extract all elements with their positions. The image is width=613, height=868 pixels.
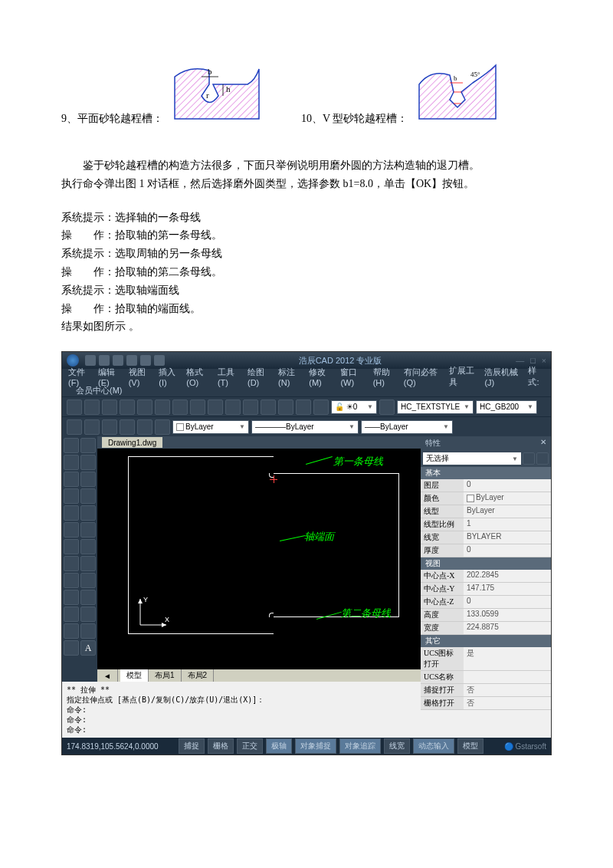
tool-pline-icon[interactable] — [64, 455, 79, 470]
layer-dropdown[interactable]: 🔓 ☀ 0▼ — [331, 400, 377, 414]
menu-window[interactable]: 窗口(W) — [340, 367, 366, 387]
tool-arc-icon[interactable] — [80, 472, 96, 487]
tool-table-icon[interactable] — [80, 556, 96, 571]
tool-preview-icon[interactable] — [137, 399, 152, 415]
tool-b-icon[interactable] — [84, 419, 100, 435]
props-group-view[interactable]: 视图 — [421, 557, 551, 570]
drawing-canvas[interactable]: 第一条母线 轴端面 第二条母线 YX — [97, 449, 421, 669]
status-otrack[interactable]: 对象追踪 — [339, 738, 381, 754]
tool-scale-icon[interactable] — [64, 640, 79, 656]
tool-block-icon[interactable] — [80, 522, 96, 538]
tool-match-icon[interactable] — [208, 399, 223, 415]
tool-mtext-icon[interactable] — [64, 573, 79, 588]
tool-zoomwin-icon[interactable] — [296, 399, 311, 415]
qat-redo-icon[interactable] — [140, 355, 151, 366]
tool-c-icon[interactable] — [102, 419, 117, 435]
table-row[interactable]: 线宽BYLAYER — [421, 531, 551, 544]
menu-help[interactable]: 帮助(H) — [373, 367, 398, 387]
status-grid[interactable]: 栅格 — [208, 738, 234, 754]
tool-spline-icon[interactable] — [80, 488, 96, 504]
tool-cut-icon[interactable] — [155, 399, 170, 415]
tab-layout2[interactable]: 布局2 — [182, 669, 215, 682]
app-logo-icon[interactable] — [67, 354, 79, 367]
tool-copy-obj-icon[interactable] — [64, 590, 79, 605]
tab-layout1[interactable]: 布局1 — [149, 669, 182, 682]
tool-text-A-icon[interactable]: A — [80, 640, 96, 656]
drawing-tab[interactable]: Drawing1.dwg — [102, 437, 162, 448]
tool-paste-icon[interactable] — [190, 399, 205, 415]
tool-ellipse-icon[interactable] — [64, 505, 79, 521]
close-icon[interactable]: × — [542, 356, 546, 365]
tool-xline-icon[interactable] — [80, 438, 96, 453]
tool-offset-icon[interactable] — [64, 607, 79, 622]
table-row[interactable]: UCS图标打开是 — [421, 647, 551, 671]
tool-erase-icon[interactable] — [80, 573, 96, 588]
tool-f-icon[interactable] — [155, 419, 170, 435]
table-row[interactable]: 厚度0 — [421, 544, 551, 557]
table-row[interactable]: 高度133.0599 — [421, 609, 551, 622]
menu-edit[interactable]: 编辑(E) — [98, 367, 123, 387]
menu-format[interactable]: 格式(O) — [186, 367, 211, 387]
tool-hatch-icon[interactable] — [80, 539, 96, 554]
status-snap[interactable]: 捕捉 — [179, 738, 205, 754]
table-row[interactable]: UCS名称 — [421, 671, 551, 684]
tool-rect-icon[interactable] — [64, 472, 79, 487]
table-row[interactable]: 中心点-X202.2845 — [421, 570, 551, 583]
table-row[interactable]: 捕捉打开否 — [421, 684, 551, 697]
table-row[interactable]: 图层0 — [421, 479, 551, 492]
tool-mirror-icon[interactable] — [80, 590, 96, 605]
menu-tools[interactable]: 工具(T) — [218, 367, 241, 387]
color-dropdown[interactable]: ByLayer▼ — [172, 420, 249, 434]
status-model[interactable]: 模型 — [457, 738, 484, 754]
tab-model[interactable]: 模型 — [120, 669, 149, 682]
tool-region-icon[interactable] — [64, 556, 79, 571]
linetype-dropdown[interactable]: ———— ByLayer▼ — [251, 420, 359, 434]
qat-print-icon[interactable] — [154, 355, 165, 366]
tool-rotate-icon[interactable] — [80, 623, 96, 639]
status-osnap[interactable]: 对象捕捉 — [295, 738, 336, 754]
tool-circle-icon[interactable] — [64, 488, 79, 504]
tool-zoom-icon[interactable] — [278, 399, 293, 415]
qat-undo-icon[interactable] — [126, 355, 137, 366]
table-row[interactable]: 线型ByLayer — [421, 505, 551, 518]
menu-qa[interactable]: 有问必答(Q) — [404, 367, 444, 387]
tool-undo-icon[interactable] — [225, 399, 241, 415]
qat-open-icon[interactable] — [99, 355, 110, 366]
menu-ext[interactable]: 扩展工具 — [449, 365, 478, 388]
tool-new-icon[interactable] — [67, 399, 82, 415]
dimstyle-dropdown[interactable]: HC_GB200▼ — [476, 400, 537, 414]
status-ortho[interactable]: 正交 — [237, 738, 263, 754]
tool-redo-icon[interactable] — [243, 399, 258, 415]
tool-pan-icon[interactable] — [261, 399, 276, 415]
props-group-misc[interactable]: 其它 — [421, 635, 551, 647]
table-row[interactable]: 中心点-Y147.175 — [421, 583, 551, 596]
menu-file[interactable]: 文件(F) — [68, 367, 92, 387]
lineweight-dropdown[interactable]: —— ByLayer▼ — [361, 420, 453, 434]
menu-modify[interactable]: 修改(M) — [309, 367, 334, 387]
status-lwt[interactable]: 线宽 — [384, 738, 410, 754]
tool-plot-icon[interactable] — [120, 399, 135, 415]
tool-polygon-icon[interactable] — [80, 455, 96, 470]
table-row[interactable]: 中心点-Z0 — [421, 596, 551, 609]
tool-ellipsearc-icon[interactable] — [80, 505, 96, 521]
table-row[interactable]: 栅格打开否 — [421, 697, 551, 710]
status-dyn[interactable]: 动态输入 — [413, 738, 454, 754]
menu-insert[interactable]: 插入(I) — [159, 367, 180, 387]
tool-copy-icon[interactable] — [172, 399, 188, 415]
tool-a-icon[interactable] — [67, 419, 82, 435]
table-row[interactable]: 颜色ByLayer — [421, 492, 551, 505]
table-row[interactable]: 宽度224.8875 — [421, 622, 551, 635]
props-selection-dropdown[interactable]: 无选择▼ — [423, 452, 521, 465]
tool-zoomprev-icon[interactable] — [313, 399, 329, 415]
tool-layers-icon[interactable] — [379, 399, 395, 415]
props-sel-icon[interactable] — [523, 452, 535, 465]
maximize-icon[interactable]: □ — [530, 356, 536, 365]
tool-e-icon[interactable] — [137, 419, 152, 435]
tool-save-icon[interactable] — [102, 399, 117, 415]
tool-move-icon[interactable] — [64, 623, 79, 639]
menu-dimension[interactable]: 标注(N) — [278, 367, 303, 387]
menu-member[interactable]: 会员中心(M) — [76, 385, 123, 396]
table-row[interactable]: 线型比例1 — [421, 518, 551, 531]
tool-array-icon[interactable] — [80, 607, 96, 622]
tool-d-icon[interactable] — [120, 419, 135, 435]
